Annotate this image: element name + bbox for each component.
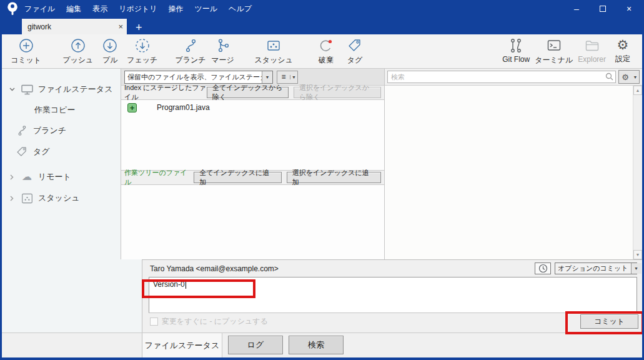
commit-message-input[interactable]: Version-0	[149, 277, 637, 313]
menu-help[interactable]: ヘルプ	[229, 4, 252, 14]
stash-toolbar-button[interactable]: スタッシュ	[252, 36, 295, 67]
menu-file[interactable]: ファイル	[24, 4, 55, 14]
scroll-up-icon[interactable]: ▲	[633, 86, 642, 95]
maximize-icon	[600, 6, 606, 12]
sidebar: ファイルステータス 作業コピー ブランチ	[2, 69, 121, 259]
commit-history-button[interactable]	[535, 262, 551, 274]
text-caret	[186, 281, 186, 289]
sidebar-item-label: ファイルステータス	[38, 84, 112, 95]
minimize-icon: –	[574, 4, 579, 14]
search-bar: ⚙ ▼	[385, 69, 642, 86]
toolbar: コミット プッシュ プル フェッチ	[2, 34, 642, 69]
unstage-selected-button[interactable]: 選択をインデックスから除く	[294, 87, 381, 98]
tag-icon	[347, 38, 363, 54]
unstage-all-button[interactable]: 全てインデックスから除く	[207, 87, 289, 98]
dropdown-arrow-icon[interactable]: ▼	[262, 71, 272, 83]
sidebar-item-label: リモート	[38, 171, 71, 182]
commit-row: Taro Yamada <email@exsample.com> オプションのコ…	[2, 259, 642, 332]
tab-file-status[interactable]: ファイルステータス	[142, 333, 222, 358]
sidebar-item-stashes[interactable]: スタッシュ	[2, 188, 121, 209]
tab-label: gitwork	[27, 22, 51, 31]
window-controls: – ×	[563, 0, 642, 18]
file-status-panel: 保留中のファイルを表示、ファイルステータス順 ▼ ≡ ▼ Index にステージ…	[121, 69, 385, 259]
menu-tools[interactable]: ツール	[195, 4, 218, 14]
commit-left-spacer	[2, 259, 142, 332]
fetch-toolbar-button[interactable]: フェッチ	[124, 36, 160, 67]
worktree-section-header: 作業ツリーのファイル 全てインデックスに追加 選択をインデックスに追加	[121, 171, 384, 185]
diff-options-button[interactable]: ⚙ ▼	[618, 70, 640, 84]
stage-all-button[interactable]: 全てインデックスに追加	[194, 172, 281, 183]
sourcetree-window: ファイル 編集 表示 リポジトリ 操作 ツール ヘルプ – × gitwork …	[0, 0, 644, 360]
chevron-right-icon[interactable]	[8, 196, 16, 201]
staged-file-name: Program01.java	[157, 103, 210, 112]
maximize-button[interactable]	[590, 0, 616, 18]
discard-toolbar-button[interactable]: 破棄	[312, 36, 340, 67]
commit-options-dropdown[interactable]: オプションのコミット ▼	[555, 262, 637, 274]
discard-icon	[318, 38, 334, 54]
pull-icon	[102, 38, 118, 54]
dropdown-arrow-icon: ▼	[631, 263, 642, 274]
search-input[interactable]	[387, 71, 616, 83]
gitflow-toolbar-button[interactable]: Git Flow	[500, 36, 532, 67]
menu-edit[interactable]: 編集	[66, 4, 81, 14]
sidebar-item-label: 作業コピー	[34, 104, 76, 116]
sidebar-item-remotes[interactable]: ☁ リモート	[2, 166, 121, 188]
commit-icon	[18, 38, 34, 54]
sidebar-item-label: タグ	[33, 146, 50, 158]
sidebar-item-working-copy[interactable]: 作業コピー	[2, 100, 121, 120]
menu-repository[interactable]: リポジトリ	[119, 4, 157, 14]
commit-button[interactable]: コミット	[580, 314, 638, 329]
tab-close-icon[interactable]: ×	[118, 22, 123, 31]
terminal-icon	[546, 38, 562, 54]
sidebar-item-label: ブランチ	[33, 125, 66, 136]
settings-toolbar-button[interactable]: ⚙ 設定	[608, 36, 637, 67]
push-toolbar-button[interactable]: プッシュ	[60, 36, 96, 67]
dropdown-arrow-icon: ▼	[290, 75, 297, 79]
clock-icon	[538, 264, 548, 273]
close-button[interactable]: ×	[616, 0, 642, 18]
commit-panel: Taro Yamada <email@exsample.com> オプションのコ…	[142, 259, 642, 332]
terminal-toolbar-button[interactable]: ターミナル	[532, 36, 575, 67]
stash-icon	[265, 38, 282, 54]
minimize-button[interactable]: –	[563, 0, 590, 18]
stage-selected-button[interactable]: 選択をインデックスに追加	[287, 172, 381, 183]
tab-search[interactable]: 検索	[289, 336, 344, 354]
pull-toolbar-button[interactable]: プル	[96, 36, 124, 67]
menu-view[interactable]: 表示	[92, 4, 107, 14]
monitor-icon	[21, 84, 33, 95]
gear-icon: ⚙	[617, 38, 629, 52]
pending-files-dropdown[interactable]: 保留中のファイルを表示、ファイルステータス順 ▼	[124, 71, 273, 84]
worktree-title: 作業ツリーのファイル	[124, 168, 194, 187]
tab-log[interactable]: ログ	[228, 336, 283, 354]
tag-toolbar-button[interactable]: タグ	[340, 36, 369, 67]
checkbox-icon[interactable]	[150, 318, 158, 326]
sidebar-item-file-status[interactable]: ファイルステータス	[2, 79, 121, 100]
scroll-down-icon[interactable]: ▼	[633, 250, 642, 259]
push-immediately-checkbox[interactable]: 変更をすぐに - にプッシュする	[150, 316, 268, 327]
menu-actions[interactable]: 操作	[169, 4, 184, 14]
commit-toolbar-button[interactable]: コミット	[8, 36, 44, 67]
staged-file-row[interactable]: + Program01.java	[121, 100, 384, 115]
gear-icon: ⚙	[619, 72, 632, 82]
dropdown-arrow-icon: ▼	[632, 75, 639, 79]
stash-icon	[21, 193, 33, 204]
vertical-scrollbar[interactable]: ▲ ▼	[633, 86, 642, 259]
diff-panel: ⚙ ▼ ▲ ▼	[385, 69, 642, 259]
new-tab-button[interactable]: +	[136, 22, 142, 33]
chevron-right-icon[interactable]	[8, 174, 16, 180]
toolbar-right-group: Git Flow ターミナル Explorer ⚙ 設定	[500, 36, 637, 67]
sidebar-item-tags[interactable]: タグ	[2, 141, 121, 162]
chevron-down-icon[interactable]	[8, 88, 16, 91]
view-options-button[interactable]: ≡ ▼	[277, 71, 298, 84]
sidebar-item-branches[interactable]: ブランチ	[2, 120, 121, 141]
tab-gitwork[interactable]: gitwork ×	[22, 19, 127, 34]
close-icon: ×	[627, 4, 632, 14]
branch-toolbar-button[interactable]: ブランチ	[172, 36, 208, 67]
merge-toolbar-button[interactable]: マージ	[209, 36, 237, 67]
bottom-bar: ファイルステータス ログ 検索	[2, 332, 642, 358]
explorer-folder-icon	[584, 38, 600, 54]
title-bar: ファイル 編集 表示 リポジトリ 操作 ツール ヘルプ – ×	[2, 0, 642, 18]
explorer-toolbar-button[interactable]: Explorer	[575, 36, 608, 67]
branch-icon	[182, 38, 199, 54]
sidebar-item-label: スタッシュ	[38, 192, 80, 204]
